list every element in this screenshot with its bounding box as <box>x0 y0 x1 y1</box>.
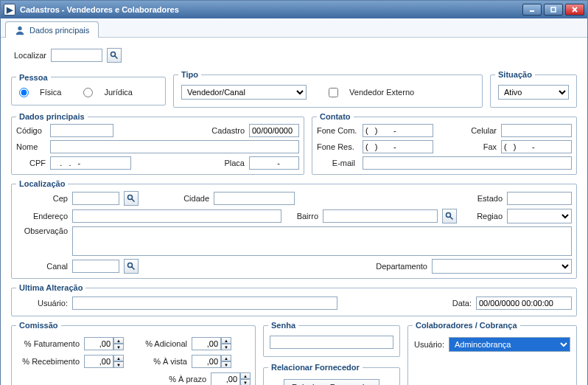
alt-data-input[interactable] <box>476 296 572 310</box>
cidade-label: Cidade <box>143 194 209 203</box>
minimize-button[interactable] <box>522 4 542 15</box>
estado-label: Estado <box>477 194 503 203</box>
pessoa-juridica-radio[interactable] <box>83 88 93 97</box>
tab-label: Dados principais <box>29 26 89 35</box>
colab-legend: Colaboradores / Cobrança <box>413 321 520 330</box>
fat-spinner[interactable]: ▲▼ <box>84 337 124 350</box>
tabbar: Dados principais <box>1 18 587 38</box>
cpf-label: CPF <box>16 159 46 167</box>
adic-spinner[interactable]: ▲▼ <box>192 337 231 350</box>
nome-input[interactable] <box>50 140 299 153</box>
cep-search-button[interactable] <box>124 191 139 206</box>
celular-label: Celular <box>471 126 497 135</box>
alt-usuario-label: Usuário: <box>16 299 68 308</box>
fax-label: Fax <box>483 142 497 151</box>
situacao-select[interactable]: Ativo <box>498 85 569 100</box>
avista-spinner[interactable]: ▲▼ <box>192 355 231 368</box>
comissao-legend: Comissão <box>16 321 61 330</box>
loc-legend: Localização <box>16 179 68 188</box>
adic-label: % Adicional <box>128 339 187 348</box>
search-icon <box>445 212 454 221</box>
cidade-input[interactable] <box>214 192 295 205</box>
situacao-legend: Situação <box>495 70 535 79</box>
estado-input[interactable] <box>507 192 572 205</box>
contato-fieldset: Contato Fone Com. Celular Fone Res. Fax … <box>312 112 577 175</box>
dados-principais-fieldset: Dados principais Código Cadastro Nome CP… <box>11 112 304 175</box>
codigo-input[interactable] <box>50 124 113 137</box>
pessoa-fieldset: Pessoa Física Jurídica <box>11 73 166 105</box>
canal-search-button[interactable] <box>124 259 139 274</box>
titlebar: ▶ Cadastros - Vendedores e Colaboradores <box>1 1 587 18</box>
regiao-label: Regiao <box>477 212 503 221</box>
rec-spinner[interactable]: ▲▼ <box>84 355 124 368</box>
bairro-search-button[interactable] <box>442 209 457 223</box>
foneres-input[interactable] <box>363 140 433 153</box>
canal-input[interactable] <box>72 260 119 273</box>
maximize-button[interactable] <box>544 4 563 15</box>
window-title: Cadastros - Vendedores e Colaboradores <box>20 5 179 14</box>
ultima-alteracao-fieldset: Ultima Alteração Usuário: Data: <box>11 283 577 316</box>
person-icon <box>15 25 25 35</box>
vendedor-externo-checkbox[interactable] <box>329 88 338 97</box>
cep-input[interactable] <box>72 192 119 205</box>
senha-input[interactable] <box>270 336 393 349</box>
colab-usuario-label: Usuário: <box>414 340 444 349</box>
email-label: E-mail <box>317 159 358 167</box>
svg-point-5 <box>111 52 116 57</box>
cep-label: Cep <box>16 194 68 203</box>
tipo-select[interactable]: Vendedor/Canal <box>181 85 307 100</box>
foneres-label: Fone Res. <box>317 142 358 151</box>
close-button[interactable] <box>565 4 584 15</box>
cpf-input[interactable] <box>50 156 131 170</box>
alt-data-label: Data: <box>452 299 472 308</box>
alt-usuario-input[interactable] <box>72 296 337 310</box>
tab-dados-principais[interactable]: Dados principais <box>5 21 99 38</box>
svg-point-4 <box>18 26 21 30</box>
svg-point-7 <box>128 195 133 200</box>
colab-usuario-select[interactable]: Admincobrança <box>449 337 570 352</box>
svg-line-10 <box>450 217 453 220</box>
obs-textarea[interactable] <box>72 226 572 256</box>
senha-legend: Senha <box>268 321 298 330</box>
fat-label: % Faturamento <box>16 339 80 348</box>
senha-fieldset: Senha <box>263 321 400 357</box>
svg-line-8 <box>132 199 135 202</box>
app-icon: ▶ <box>4 4 15 15</box>
codigo-label: Código <box>16 126 46 135</box>
comissao-fieldset: Comissão % Faturamento ▲▼ % Adicional ▲▼… <box>11 321 256 385</box>
endereco-input[interactable] <box>72 209 281 223</box>
bairro-input[interactable] <box>323 209 438 223</box>
fonecom-label: Fone Com. <box>317 126 358 135</box>
celular-input[interactable] <box>501 124 572 137</box>
situacao-fieldset: Situação Ativo <box>490 70 577 108</box>
avista-label: % À vista <box>128 357 187 366</box>
aprazo-spinner[interactable]: ▲▼ <box>211 372 251 385</box>
svg-rect-1 <box>551 7 556 12</box>
pessoa-fisica-option[interactable]: Física <box>19 88 61 97</box>
rel-legend: Relacionar Fornecedor <box>268 363 363 372</box>
depto-label: Departamento <box>376 262 427 271</box>
fax-input[interactable] <box>501 140 572 153</box>
search-icon <box>127 262 136 271</box>
search-icon <box>127 194 136 203</box>
localizar-input[interactable] <box>51 49 102 62</box>
email-input[interactable] <box>363 156 572 170</box>
depto-select[interactable] <box>432 259 572 274</box>
aprazo-label: % À prazo <box>147 375 206 384</box>
tipo-legend: Tipo <box>178 70 201 79</box>
vendedor-externo-option[interactable]: Vendedor Externo <box>329 88 414 97</box>
fonecom-input[interactable] <box>363 124 433 137</box>
placa-input[interactable] <box>249 156 299 170</box>
obs-label: Observação <box>16 226 68 235</box>
cadastro-input[interactable] <box>249 124 299 137</box>
localizar-label: Localizar <box>14 51 46 60</box>
pessoa-juridica-option[interactable]: Jurídica <box>83 88 133 97</box>
cadastro-label: Cadastro <box>211 126 245 135</box>
relacionar-fornecedor-fieldset: Relacionar Fornecedor Relaciona Forneced… <box>263 363 400 385</box>
relaciona-fornecedor-button[interactable]: Relaciona Fornecedor <box>284 379 379 385</box>
regiao-select[interactable] <box>507 209 572 223</box>
rec-label: % Recebimento <box>16 357 80 366</box>
contato-legend: Contato <box>317 112 354 121</box>
pessoa-fisica-radio[interactable] <box>19 88 29 97</box>
localizar-search-button[interactable] <box>107 48 122 63</box>
